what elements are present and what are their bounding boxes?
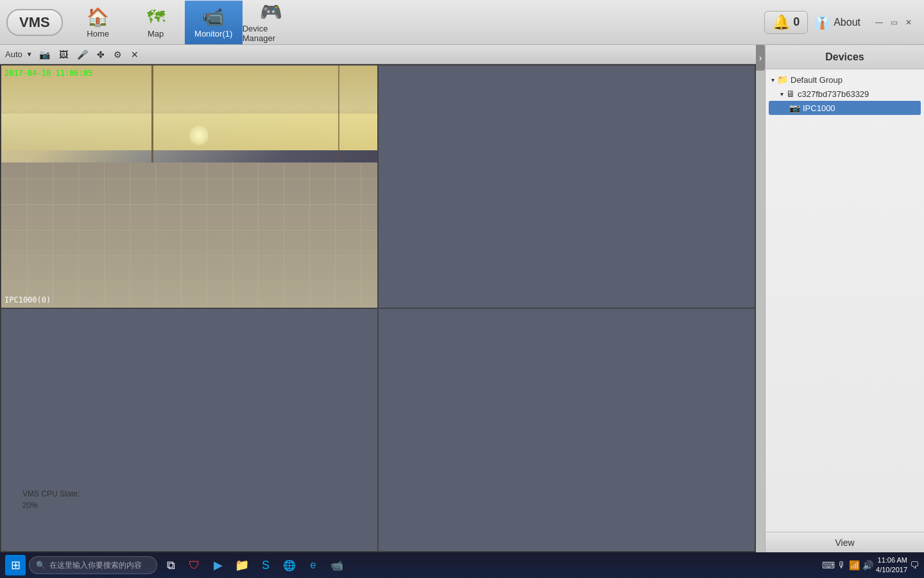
cpu-vms-row: VMS CPU State: 20% [10, 477, 151, 523]
chevron-default-group: ▾ [771, 76, 774, 83]
vms-logo[interactable]: VMS [6, 9, 63, 36]
nav-home[interactable]: 🏠 Home [69, 1, 127, 44]
close-stream-btn[interactable]: ✕ [128, 48, 141, 61]
tree-label-ipc1000: IPC1000 [803, 103, 835, 113]
screenshot-toolbar-btn[interactable]: 🖼 [56, 48, 71, 61]
nav-map-label: Map [148, 29, 164, 39]
device-tree: ▾ 📁 Default Group ▾ 🖥 c327fbd737b63329 📷… [766, 69, 924, 532]
header-right-controls: 🔔 0 👔 About — ▭ ✕ [764, 11, 924, 34]
video-cell-2[interactable] [378, 65, 755, 308]
settings-toolbar-btn[interactable]: ⚙ [111, 48, 124, 61]
camera-feed-1 [1, 66, 377, 308]
nav-monitor[interactable]: 📹 Monitor(1) [185, 1, 243, 44]
tree-label-default-group: Default Group [791, 75, 843, 85]
view-button[interactable]: View [766, 532, 924, 552]
taskbar: ⊞ 🔍 在这里输入你要搜索的内容 ⧉ 🛡 ▶ 📁 S 🌐 e 📹 ⌨ 🎙 📶 🔊… [0, 552, 924, 578]
tree-label-device-1: c327fbd737b63329 [798, 89, 869, 99]
device-icon: 🖥 [786, 89, 795, 99]
devices-title: Devices [825, 51, 864, 63]
nav-device-manager[interactable]: 🎮 Device Manager [243, 1, 300, 44]
mic-toolbar-btn[interactable]: 🎤 [74, 48, 90, 61]
taskbar-right: ⌨ 🎙 📶 🔊 11:06 AM 4/10/2017 🗨 [822, 556, 919, 575]
close-button[interactable]: ✕ [903, 17, 914, 28]
video-label: IPC1000(0) [4, 295, 51, 304]
taskbar-time: 11:06 AM 4/10/2017 [876, 556, 907, 575]
taskbar-app-security[interactable]: 🛡 [184, 555, 205, 575]
taskbar-app-chrome[interactable]: 🌐 [279, 555, 300, 575]
taskbar-network-icon[interactable]: 📶 [849, 560, 860, 570]
bell-icon: 🔔 [773, 14, 790, 31]
search-bar[interactable]: 🔍 在这里输入你要搜索的内容 [29, 556, 157, 574]
view-label: View [835, 538, 854, 548]
taskbar-keyboard-icon[interactable]: ⌨ [822, 560, 835, 570]
device-manager-icon: 🎮 [260, 1, 282, 22]
tree-item-default-group[interactable]: ▾ 📁 Default Group [769, 73, 921, 87]
cpu-vms-label: VMS CPU State: [22, 489, 80, 498]
taskbar-app-skype[interactable]: S [255, 555, 276, 575]
right-panel: Devices ▾ 📁 Default Group ▾ 🖥 c327fbd737… [765, 45, 924, 552]
start-button[interactable]: ⊞ [5, 555, 26, 575]
monitor-toolbar: Auto ▼ 📷 🖼 🎤 ✤ ⚙ ✕ [0, 45, 756, 64]
shirt-icon: 👔 [814, 15, 830, 30]
time-display: 11:06 AM [876, 556, 907, 565]
video-cell-1[interactable]: 2017-04-10 11:06:05 IPC1000(0) [1, 65, 378, 308]
bell-count: 0 [793, 15, 800, 29]
video-cell-4[interactable] [378, 308, 755, 552]
minimize-button[interactable]: — [873, 17, 885, 28]
search-placeholder: 在这里输入你要搜索的内容 [49, 560, 142, 571]
taskbar-app-ie[interactable]: e [303, 555, 323, 575]
taskbar-app-media[interactable]: ▶ [208, 555, 228, 575]
auto-dropdown-icon[interactable]: ▼ [26, 51, 33, 58]
folder-icon: 📁 [777, 74, 788, 85]
nav-device-manager-label: Device Manager [243, 24, 300, 43]
monitor-icon: 📹 [202, 6, 225, 28]
taskbar-volume-icon[interactable]: 🔊 [862, 560, 873, 570]
floor-overlay [1, 162, 377, 308]
tree-item-device-1[interactable]: ▾ 🖥 c327fbd737b63329 [769, 87, 921, 101]
devices-header: Devices [766, 45, 924, 69]
cpu-vms-val: 20% [22, 501, 38, 510]
taskbar-app-folder[interactable]: 📁 [232, 555, 252, 575]
about-button[interactable]: 👔 About [814, 15, 860, 30]
titlebar: VMS 🏠 Home 🗺 Map 📹 Monitor(1) 🎮 Device M… [0, 0, 924, 45]
auto-label[interactable]: Auto [5, 49, 22, 59]
nav-home-label: Home [87, 29, 109, 39]
task-view-btn[interactable]: ⧉ [160, 555, 181, 575]
nav-monitor-label: Monitor(1) [194, 29, 232, 39]
taskbar-speech-icon[interactable]: 🎙 [837, 560, 846, 570]
restore-button[interactable]: ▭ [888, 17, 900, 28]
bell-area[interactable]: 🔔 0 [764, 11, 808, 34]
collapse-panel-button[interactable]: › [756, 45, 765, 71]
date-display: 4/10/2017 [876, 565, 907, 575]
search-icon: 🔍 [36, 561, 46, 570]
chevron-device-1: ▾ [780, 91, 783, 98]
window-controls: — ▭ ✕ [873, 17, 914, 28]
camera-toolbar-btn[interactable]: 📷 [37, 48, 53, 61]
tree-item-ipc1000[interactable]: 📷 IPC1000 [769, 101, 921, 115]
nav-map[interactable]: 🗺 Map [127, 1, 185, 44]
taskbar-app-vms[interactable]: 📹 [327, 555, 347, 575]
move-toolbar-btn[interactable]: ✤ [94, 48, 107, 61]
about-label: About [834, 17, 860, 28]
video-timestamp: 2017-04-10 11:06:05 [4, 69, 92, 78]
map-icon: 🗺 [147, 6, 165, 28]
home-icon: 🏠 [87, 6, 109, 28]
camera-tree-icon: 📷 [789, 103, 800, 113]
taskbar-notification-icon[interactable]: 🗨 [910, 560, 919, 570]
